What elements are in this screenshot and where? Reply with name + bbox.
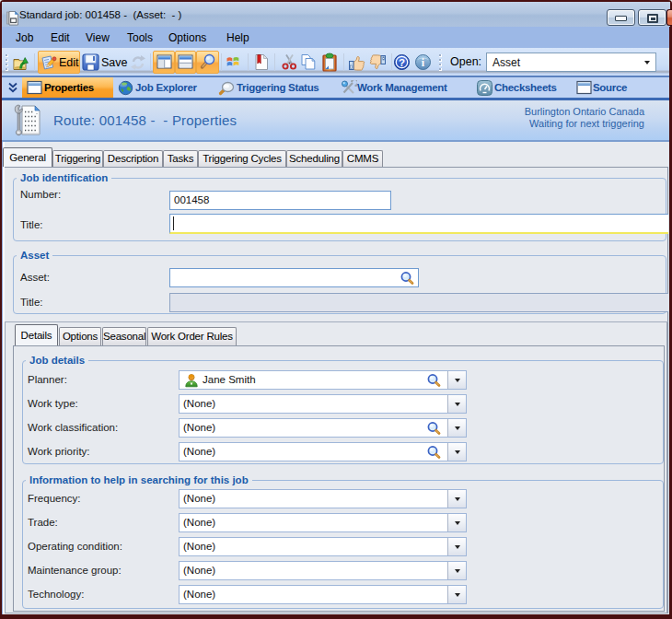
- svg-text:?: ?: [399, 57, 405, 68]
